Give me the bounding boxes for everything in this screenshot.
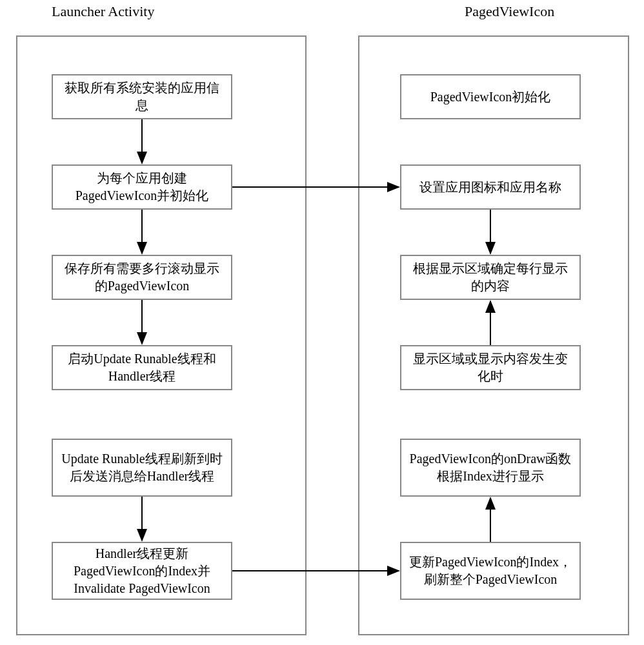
- node-text: 显示区域或显示内容发生变化时: [408, 350, 573, 385]
- flowchart-diagram: Launcher Activity PagedViewIcon 获取所有系统安装…: [0, 0, 644, 645]
- right-node-4: 显示区域或显示内容发生变化时: [400, 345, 581, 390]
- right-node-1: PagedViewIcon初始化: [400, 74, 581, 119]
- right-column-title: PagedViewIcon: [465, 3, 554, 20]
- right-node-5: PagedViewIcon的onDraw函数根据Index进行显示: [400, 439, 581, 497]
- node-text: PagedViewIcon的onDraw函数根据Index进行显示: [408, 450, 573, 485]
- node-text: 为每个应用创建PagedViewIcon并初始化: [59, 170, 225, 204]
- right-node-3: 根据显示区域确定每行显示的内容: [400, 255, 581, 300]
- left-node-2: 为每个应用创建PagedViewIcon并初始化: [52, 164, 232, 210]
- left-node-5: Update Runable线程刷新到时后发送消息给Handler线程: [52, 439, 232, 497]
- node-text: PagedViewIcon初始化: [430, 88, 551, 106]
- node-text: 获取所有系统安装的应用信息: [59, 79, 225, 114]
- left-column-title: Launcher Activity: [52, 3, 154, 20]
- left-node-6: Handler线程更新PagedViewIcon的Index并Invalidat…: [52, 542, 232, 600]
- left-node-4: 启动Update Runable线程和Handler线程: [52, 345, 232, 390]
- node-text: Update Runable线程刷新到时后发送消息给Handler线程: [59, 450, 225, 485]
- left-node-3: 保存所有需要多行滚动显示的PagedViewIcon: [52, 255, 232, 300]
- node-text: 根据显示区域确定每行显示的内容: [408, 260, 573, 295]
- node-text: 启动Update Runable线程和Handler线程: [59, 350, 225, 385]
- node-text: Handler线程更新PagedViewIcon的Index并Invalidat…: [59, 545, 225, 597]
- node-text: 更新PagedViewIcon的Index，刷新整个PagedViewIcon: [408, 553, 573, 588]
- right-node-2: 设置应用图标和应用名称: [400, 164, 581, 210]
- node-text: 保存所有需要多行滚动显示的PagedViewIcon: [59, 260, 225, 295]
- node-text: 设置应用图标和应用名称: [419, 179, 561, 196]
- left-node-1: 获取所有系统安装的应用信息: [52, 74, 232, 119]
- right-node-6: 更新PagedViewIcon的Index，刷新整个PagedViewIcon: [400, 542, 581, 600]
